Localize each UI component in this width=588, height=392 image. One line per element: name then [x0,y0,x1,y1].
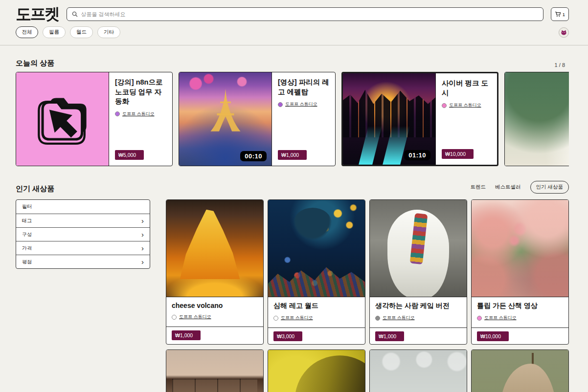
price-badge: ₩1,000 [278,150,307,160]
seller-name: 도프프 스튜디오 [449,102,481,109]
seller-avatar [172,315,177,320]
product-card-stone-thinker[interactable] [471,349,569,392]
seller-avatar [278,102,283,107]
volcano-cone-shape [180,210,240,280]
popular-tabs: 트렌드 베스트셀러 인기 새상품 [471,181,569,194]
product-title: 사이버 펑크 도시 [442,79,491,98]
search-input[interactable] [81,11,539,17]
today-products-section: 오늘의 상품 1 / 8 [강의] n8n으로 노코딩 업무 [16,59,569,166]
product-image-clothing-storefront [166,350,263,392]
logo[interactable]: 도프켓 [16,6,59,22]
product-image-cyberpunk-city: 01:10 [343,73,436,165]
product-card-yellow-lamp[interactable] [268,349,365,392]
seller-link[interactable]: 도프프 스튜디오 [375,315,461,321]
product-image-tulip-garden [472,200,568,297]
tab-trend[interactable]: 트렌드 [471,184,486,191]
product-image-thinker-cake [370,200,467,297]
product-image-stone-thinker [472,350,568,392]
tab-bestseller[interactable]: 베스트셀러 [495,184,521,191]
filter-title: 필터 [22,203,32,210]
chip-etc[interactable]: 기타 [97,26,120,38]
seller-name: 도프프 스튜디오 [285,101,317,108]
folder-cursor-icon [31,88,94,151]
price-badge: ₩1,000 [172,330,201,340]
cart-icon [555,11,561,17]
seller-name: 도프프 스튜디오 [179,314,211,320]
price-badge: ₩5,000 [115,150,144,160]
filter-item-label: 가격 [22,245,32,252]
lamp-shade-shape [283,350,365,392]
seller-avatar [375,316,380,321]
seller-name: 도프프 스튜디오 [281,315,313,321]
seller-name: 도프프 스튜디오 [484,315,517,321]
cart-count: 1 [563,12,565,17]
popular-products-section: 인기 새상품 트렌드 베스트셀러 인기 새상품 필터 태그 › 구성 › [16,181,569,392]
product-image-beach-walk [370,350,467,392]
filter-item-label: 구성 [22,231,32,238]
sprout-shape [532,353,534,365]
price-badge: ₩10,000 [442,149,474,159]
filter-item-rating[interactable]: 평점 › [16,255,150,268]
today-card-cyberpunk-city[interactable]: 01:10 사이버 펑크 도시 도프프 스튜디오 ₩10,000 [341,72,498,166]
seller-avatar [442,103,447,108]
product-card-tulip-garden[interactable]: 튤립 가든 산책 영상 도프프 스튜디오 ₩10,000 [471,199,569,345]
product-image-balcony-cafe [505,72,569,166]
product-card-thinker-cake[interactable]: 생각하는 사람 케잌 버전 도프프 스튜디오 ₩1,000 [369,199,467,345]
today-carousel: [강의] n8n으로 노코딩 업무 자동화 도프프 스튜디오 ₩5,000 00… [16,72,569,166]
price-badge: ₩10,000 [477,331,509,341]
category-filter-chips: 전체 필름 월드 기타 [16,26,120,38]
product-title: cheese volcano [172,302,258,309]
filter-item-price[interactable]: 가격 › [16,241,150,255]
today-card-partial-balcony[interactable] [504,72,569,166]
filter-item-composition[interactable]: 구성 › [16,227,150,241]
seller-link[interactable]: 도프프 스튜디오 [115,111,166,117]
chevron-right-icon: › [141,231,144,238]
video-duration-badge: 01:10 [404,150,430,160]
sculpture-shape [500,364,557,392]
video-duration-badge: 00:10 [240,151,267,161]
cart-button[interactable]: 1 [551,7,569,21]
tab-popular-new[interactable]: 인기 새상품 [530,181,569,194]
product-card-cheese-volcano[interactable]: cheese volcano 도프프 스튜디오 ₩1,000 [166,199,264,345]
seller-link[interactable]: 도프프 스튜디오 [172,314,258,320]
chip-all[interactable]: 전체 [16,26,38,38]
price-badge: ₩1,000 [375,331,404,341]
search-icon [72,11,78,17]
seller-link[interactable]: 도프프 스튜디오 [278,101,329,108]
filter-header: 필터 [16,200,150,214]
product-title: 생각하는 사람 케잌 버전 [375,302,461,310]
seller-avatar [477,316,482,321]
search-bar[interactable] [67,7,544,21]
product-card-deep-sea-lego[interactable]: 심해 레고 월드 도프프 스튜디오 ₩3,000 [268,199,365,345]
header: 도프켓 1 전체 필름 월드 기타 [0,0,588,45]
section-title-popular: 인기 새상품 [16,184,54,194]
header-divider [0,45,588,45]
filter-item-label: 평점 [22,259,32,265]
price-badge: ₩3,000 [273,331,302,341]
cat-icon [561,29,567,35]
lego-reef-shape [268,264,365,297]
product-image-folder-logo [16,72,109,166]
chevron-right-icon: › [141,217,144,224]
chip-film[interactable]: 필름 [43,26,66,38]
octopus-shape [293,208,332,240]
product-title: 튤립 가든 산책 영상 [477,302,563,310]
seller-name: 도프프 스튜디오 [383,315,415,321]
carousel-pagination: 1 / 8 [555,62,569,68]
seller-link[interactable]: 도프프 스튜디오 [477,315,563,321]
seller-link[interactable]: 도프프 스튜디오 [273,315,360,321]
product-card-storefront[interactable] [166,349,264,392]
today-card-n8n-course[interactable]: [강의] n8n으로 노코딩 업무 자동화 도프프 스튜디오 ₩5,000 [16,72,173,166]
user-avatar[interactable] [559,27,569,38]
product-card-beach-walk[interactable] [369,349,467,392]
filter-sidebar: 필터 태그 › 구성 › 가격 › 평점 › [16,199,150,269]
chip-world[interactable]: 월드 [70,26,93,38]
product-title: 심해 레고 월드 [273,302,360,310]
filter-item-label: 태그 [22,218,32,224]
today-card-paris-lego[interactable]: 00:10 [영상] 파리의 레고 에펠탑 도프프 스튜디오 ₩1,000 [179,72,336,166]
chevron-right-icon: › [141,244,144,252]
filter-item-tag[interactable]: 태그 › [16,214,150,227]
product-image-cheese-volcano [166,200,263,297]
seller-name: 도프프 스튜디오 [122,111,155,117]
seller-link[interactable]: 도프프 스튜디오 [442,102,491,109]
